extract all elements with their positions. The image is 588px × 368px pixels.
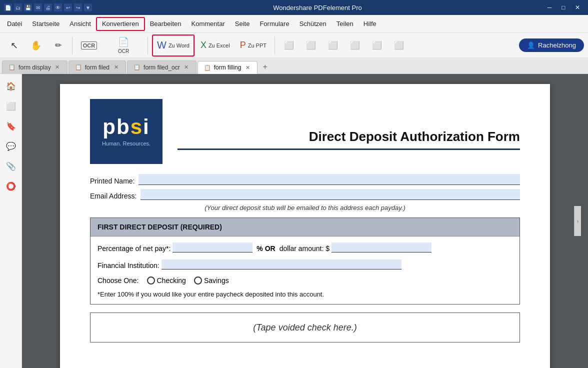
tabs-bar: 📋 form display ✕ 📋 form filed ✕ 📋 form f… [0,58,588,74]
pbsi-dot: s [130,115,143,138]
print-icon[interactable]: 🖨 [44,4,52,12]
menu-startseite[interactable]: Startseite [27,17,64,31]
tab-close-form-display[interactable]: ✕ [54,64,61,71]
choose-one-label: Choose One: [98,276,139,284]
menu-schuetzen[interactable]: Schützen [294,17,332,31]
ppt-icon: P [240,40,246,50]
savings-label: Savings [204,276,229,284]
menu-datei[interactable]: Datei [2,17,27,31]
redo-icon[interactable]: ↪ [74,4,82,12]
main-area: 🏠 ⬜ 🔖 💬 📎 ⭕ › pbsi Human. Resources. [0,74,588,368]
sidebar-bookmark-button[interactable]: 🔖 [3,118,19,134]
tape-check-text: (Tape voided check here.) [253,322,356,333]
export-icon-6[interactable]: ⬜ [389,34,409,56]
ocr-button[interactable]: OCR [76,34,102,56]
left-sidebar: 🏠 ⬜ 🔖 💬 📎 ⭕ [0,74,22,368]
dropdown-icon[interactable]: ▼ [84,4,92,12]
dollar-amount-field[interactable] [332,242,432,252]
maximize-button[interactable]: □ [557,2,570,12]
tab-close-form-filed[interactable]: ✕ [112,64,120,71]
checking-radio-circle[interactable] [147,276,155,284]
pdf-optimize-button[interactable]: 📄 OCR [104,34,144,56]
tab-form-filed[interactable]: 📋 form filed ✕ [68,60,126,74]
word-icon: W [157,40,166,51]
menu-teilen[interactable]: Teilen [332,17,358,31]
export-6-icon: ⬜ [394,40,404,50]
export-icon-5[interactable]: ⬜ [367,34,387,56]
radio-checking[interactable]: Checking [147,276,186,284]
export-1-icon: ⬜ [284,40,294,50]
export-5-icon: ⬜ [372,40,382,50]
title-bar-left: 📄 🗂 💾 ✉ 🖨 👁 ↩ ↪ ▼ [4,4,92,12]
checking-label: Checking [157,276,186,284]
app-icon: 📄 [4,4,12,12]
close-button[interactable]: ✕ [571,2,584,12]
menu-konvertieren[interactable]: Konvertieren [96,17,145,31]
tab-label-form-display: form display [18,64,51,71]
sidebar-attachment-button[interactable]: 📎 [3,158,19,174]
cursor-icon: ↖ [10,40,18,51]
table-body: Percentage of net pay*: % OR dollar amou… [90,236,520,304]
export-3-icon: ⬜ [328,40,338,50]
net-pay-field[interactable] [172,242,252,252]
hand-tool-button[interactable]: ✋ [26,34,46,56]
export-icon-3[interactable]: ⬜ [323,34,343,56]
export-icon-1[interactable]: ⬜ [279,34,299,56]
to-word-label: Zu Word [168,42,190,48]
pbsi-subtitle: Human. Resources. [102,140,150,146]
tab-icon-form-filling: 📋 [204,64,211,71]
export-icon-2[interactable]: ⬜ [301,34,321,56]
preview-icon[interactable]: 👁 [54,4,62,12]
menu-kommentar[interactable]: Kommentar [186,17,230,31]
choose-one-row: Choose One: Checking Savings [98,276,512,284]
user-account-button[interactable]: 👤 Rachelzhong [519,38,584,52]
select-tool-button[interactable]: ↖ [4,34,24,56]
menu-seite[interactable]: Seite [230,17,255,31]
menu-ansicht[interactable]: Ansicht [64,17,96,31]
tab-close-form-filed-ocr[interactable]: ✕ [183,64,190,71]
sidebar-comment-button[interactable]: 💬 [3,138,19,154]
financial-institution-field[interactable] [162,260,402,270]
ocr-icon: OCR [81,42,97,50]
savings-radio-circle[interactable] [194,276,202,284]
to-excel-button[interactable]: X Zu Excel [196,34,234,56]
new-tab-button[interactable]: + [258,60,271,74]
tab-form-filed-ocr[interactable]: 📋 form filed_ocr ✕ [127,60,196,74]
sidebar-home-button[interactable]: 🏠 [3,78,19,94]
sidebar-circle-button[interactable]: ⭕ [3,178,19,194]
undo-icon[interactable]: ↩ [64,4,72,12]
pbsi-logo: pbsi Human. Resources. [90,99,162,164]
user-icon: 👤 [527,42,535,49]
right-panel-collapse[interactable]: › [574,206,581,236]
pdf-page: pbsi Human. Resources. Direct Deposit Au… [60,84,550,368]
collapse-arrow-icon: › [577,218,578,224]
edit-tool-button[interactable]: ✏ [48,34,68,56]
toolbar: ↖ ✋ ✏ OCR 📄 OCR W Zu Word X Zu Excel P Z… [0,33,588,58]
file-icon[interactable]: 🗂 [14,4,22,12]
menu-hilfe[interactable]: Hilfe [358,17,382,31]
deposit-table: FIRST DIRECT DEPOSIT (REQUIRED) Percenta… [90,218,520,304]
tab-form-filling[interactable]: 📋 form filling ✕ [198,61,258,74]
email-icon[interactable]: ✉ [34,4,42,12]
tab-close-form-filling[interactable]: ✕ [244,64,251,71]
tab-label-form-filed-ocr: form filed_ocr [144,64,180,71]
sidebar-thumbnail-button[interactable]: ⬜ [3,98,19,114]
net-pay-label: Percentage of net pay*: [98,244,170,252]
optimize-icon: 📄 [118,36,129,48]
minimize-button[interactable]: ─ [543,2,556,12]
radio-savings[interactable]: Savings [194,276,229,284]
to-ppt-button[interactable]: P Zu PPT [236,34,270,56]
printed-name-row: Printed Name: [90,174,520,185]
title-bar-icons: 📄 🗂 💾 ✉ 🖨 👁 ↩ ↪ ▼ [4,4,92,12]
export-icon-4[interactable]: ⬜ [345,34,365,56]
email-address-field[interactable] [140,189,520,200]
optimize-label: OCR [118,48,129,54]
email-address-row: Email Address: [90,189,520,200]
printed-name-field[interactable] [138,174,520,185]
menu-formulare[interactable]: Formulare [254,17,294,31]
tab-form-display[interactable]: 📋 form display ✕ [2,60,68,74]
save-icon[interactable]: 💾 [24,4,32,12]
to-word-button[interactable]: W Zu Word [152,34,194,56]
menu-bearbeiten[interactable]: Bearbeiten [145,17,186,31]
tab-label-form-filed: form filed [85,64,110,71]
